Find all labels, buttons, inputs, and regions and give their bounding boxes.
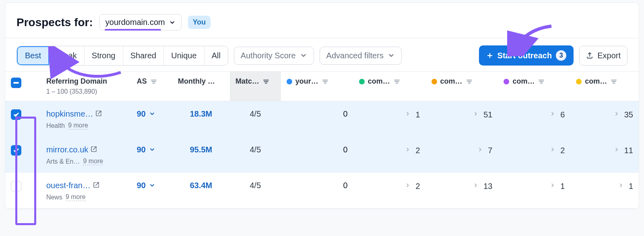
sort-icon[interactable] [322,78,329,85]
match-value: 4/5 [250,109,261,118]
col-comp-4[interactable]: com… [585,77,607,86]
chevron-right-icon [550,183,557,190]
competitor-value[interactable]: 35 [614,110,633,119]
export-icon [586,52,593,59]
filter-all[interactable]: All [204,46,228,65]
chevron-right-icon [473,111,480,118]
competitor-value[interactable]: 2 [550,146,565,155]
competitor-value[interactable]: 1 [550,182,565,191]
chevron-right-icon [550,111,557,118]
table-row: hopkinsme… Health 9 more 90 [5,101,639,137]
authority-score-dropdown[interactable]: Authority Score [234,47,314,65]
domain-link[interactable]: hopkinsme… [46,109,103,118]
chevron-down-icon [149,182,156,189]
chevron-right-icon [405,183,412,190]
domain-link[interactable]: ouest-fran… [46,181,100,190]
as-value[interactable]: 90 [137,109,156,119]
filter-weak[interactable]: Weak [49,46,85,65]
dot-icon [504,79,509,84]
start-outreach-count: 3 [556,50,566,61]
filter-best[interactable]: Best [17,46,49,65]
advanced-filters-dropdown[interactable]: Advanced filters [320,47,402,65]
competitor-value: 0 [343,181,348,190]
page-title: Prospects for: [17,16,93,29]
competitor-value[interactable]: 2 [405,146,420,155]
col-comp-1[interactable]: com… [368,77,390,86]
start-outreach-button[interactable]: Start outreach 3 [479,45,574,66]
filter-strong[interactable]: Strong [85,46,123,65]
export-button[interactable]: Export [579,46,627,66]
filter-shared[interactable]: Shared [123,46,164,65]
select-all-checkbox[interactable] [11,78,21,88]
col-monthly[interactable]: Monthly … [178,77,215,86]
range-count: 1 – 100 (353,890) [46,88,126,95]
monthly-visits-value: 95.5M [190,145,213,154]
col-referring-domain[interactable]: Referring Domain [46,77,107,86]
monthly-visits-value: 63.4M [190,181,213,190]
filter-segment-group: Best Weak Strong Shared Unique All [17,46,228,66]
competitor-value[interactable]: 7 [477,146,492,155]
category-tag: Health [46,122,65,129]
export-label: Export [597,51,621,60]
competitor-value[interactable]: 51 [473,110,492,119]
chevron-right-icon [477,147,485,154]
chevron-right-icon [614,111,621,118]
sort-icon[interactable] [538,78,545,85]
category-tag: News [46,194,62,201]
col-as[interactable]: AS [137,77,147,86]
domain-link[interactable]: mirror.co.uk [46,145,98,154]
topbar: Prospects for: yourdomain.com You [5,3,639,38]
as-value[interactable]: 90 [137,145,156,154]
purple-underline [105,29,161,31]
prospects-table: Referring Domain 1 – 100 (353,890) AS Mo… [5,72,639,209]
external-link-icon[interactable] [93,182,100,189]
chevron-right-icon [473,183,480,190]
chevron-down-icon [149,111,156,118]
chevron-right-icon [550,147,557,154]
external-link-icon[interactable] [95,110,103,117]
domain-selector[interactable]: yourdomain.com [99,14,182,31]
col-your[interactable]: your… [295,77,318,86]
col-comp-2[interactable]: com… [440,77,462,86]
chevron-down-icon [169,19,175,26]
competitor-value[interactable]: 13 [473,182,492,191]
sort-icon[interactable] [466,78,473,85]
chevron-down-icon [149,146,156,154]
external-link-icon[interactable] [91,146,98,153]
as-value[interactable]: 90 [137,181,156,190]
col-match[interactable]: Matc… [235,77,259,86]
filter-unique[interactable]: Unique [164,46,204,65]
more-categories-link[interactable]: 9 more [66,193,86,201]
row-checkbox[interactable] [11,109,21,120]
start-outreach-label: Start outreach [497,51,552,60]
competitor-value[interactable]: 6 [550,110,565,119]
advanced-filters-label: Advanced filters [326,51,384,60]
competitor-value: 0 [343,145,348,154]
competitor-value[interactable]: 11 [614,146,633,155]
competitor-value[interactable]: 1 [405,110,420,119]
more-categories-link[interactable]: 9 more [68,122,88,129]
dot-icon [431,79,437,84]
competitor-value[interactable]: 2 [405,182,420,191]
more-categories-link[interactable]: 9 more [83,158,103,165]
you-badge-text: You [193,18,206,27]
plus-icon [486,52,493,59]
sort-icon[interactable] [150,78,157,85]
domain-selected: yourdomain.com [105,18,165,27]
col-comp-3[interactable]: com… [512,77,535,86]
table-row: ouest-fran… News 9 more 90 [5,173,639,209]
sort-active-icon[interactable] [262,78,270,85]
match-value: 4/5 [250,145,261,154]
row-checkbox[interactable] [11,145,21,156]
chevron-right-icon [405,111,412,118]
sort-icon[interactable] [610,78,617,85]
chevron-right-icon [614,147,621,154]
competitor-value: 0 [343,109,348,118]
row-checkbox[interactable] [11,181,21,191]
dot-icon [359,79,365,84]
chevron-right-icon [405,147,412,154]
you-badge: You [188,16,211,29]
authority-score-label: Authority Score [241,51,296,60]
sort-icon[interactable] [393,78,400,85]
competitor-value[interactable]: 1 [618,182,633,191]
